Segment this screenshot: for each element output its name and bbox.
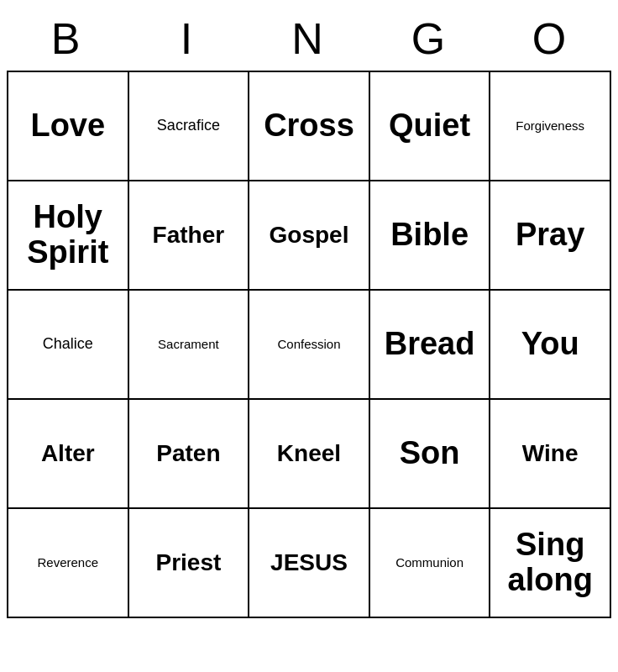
cell-text-1-3: Bible xyxy=(390,217,469,252)
cell-text-0-2: Cross xyxy=(264,108,354,143)
cell-text-0-3: Quiet xyxy=(389,108,470,143)
grid-cell-0-0: Love xyxy=(8,71,128,181)
grid-cell-3-0: Alter xyxy=(8,399,128,508)
cell-text-2-3: Bread xyxy=(385,326,475,361)
grid-cell-1-1: Father xyxy=(128,181,249,290)
cell-text-3-0: Alter xyxy=(41,440,95,466)
grid-cell-3-4: Wine xyxy=(490,399,610,508)
header-letter-o: O xyxy=(490,13,611,64)
grid-cell-0-1: Sacrafice xyxy=(128,71,249,181)
grid-cell-2-1: Sacrament xyxy=(128,290,249,399)
cell-text-2-0: Chalice xyxy=(43,335,93,352)
grid-cell-2-4: You xyxy=(490,290,610,399)
cell-text-4-3: Communion xyxy=(395,555,464,570)
grid-cell-2-2: Confession xyxy=(249,290,369,399)
grid-cell-3-1: Paten xyxy=(128,399,249,508)
grid-row-1: HolySpiritFatherGospelBiblePray xyxy=(8,181,610,290)
cell-text-2-2: Confession xyxy=(277,337,340,351)
grid-cell-1-4: Pray xyxy=(490,181,610,290)
cell-text-1-1: Father xyxy=(153,222,225,248)
cell-text-4-1: Priest xyxy=(155,549,221,575)
grid-cell-4-4: Singalong xyxy=(490,508,610,617)
cell-text-4-4: Singalong xyxy=(508,527,593,597)
grid-cell-1-0: HolySpirit xyxy=(8,181,128,290)
grid-cell-0-4: Forgiveness xyxy=(490,71,610,181)
grid-cell-4-1: Priest xyxy=(128,508,249,617)
cell-text-3-2: Kneel xyxy=(277,440,341,466)
header-letter-i: I xyxy=(128,13,249,64)
cell-text-3-3: Son xyxy=(400,435,460,470)
grid-cell-0-3: Quiet xyxy=(369,71,490,181)
grid-cell-1-2: Gospel xyxy=(249,181,369,290)
grid-row-0: LoveSacraficeCrossQuietForgiveness xyxy=(8,71,610,181)
cell-text-0-4: Forgiveness xyxy=(516,118,584,133)
cell-text-1-0: HolySpirit xyxy=(27,199,108,270)
grid-cell-1-3: Bible xyxy=(369,181,490,290)
cell-text-1-4: Pray xyxy=(516,217,584,252)
grid-cell-4-3: Communion xyxy=(369,508,490,617)
header-letter-g: G xyxy=(369,13,490,64)
cell-text-2-1: Sacrament xyxy=(158,337,219,351)
grid-cell-2-3: Bread xyxy=(369,290,490,399)
cell-text-2-4: You xyxy=(521,326,579,361)
cell-text-0-1: Sacrafice xyxy=(157,117,220,134)
grid-row-2: ChaliceSacramentConfessionBreadYou xyxy=(8,290,610,399)
grid-row-3: AlterPatenKneelSonWine xyxy=(8,399,610,508)
cell-text-3-4: Wine xyxy=(522,440,579,466)
grid-cell-3-3: Son xyxy=(369,399,490,508)
grid-cell-2-0: Chalice xyxy=(8,290,128,399)
grid-cell-4-2: JESUS xyxy=(249,508,369,617)
bingo-grid: LoveSacraficeCrossQuietForgivenessHolySp… xyxy=(7,71,611,618)
cell-text-4-0: Reverence xyxy=(38,555,99,570)
cell-text-4-2: JESUS xyxy=(270,549,348,575)
grid-row-4: ReverencePriestJESUSCommunionSingalong xyxy=(8,508,610,617)
bingo-header: BINGO xyxy=(7,8,611,71)
grid-cell-0-2: Cross xyxy=(249,71,369,181)
cell-text-1-2: Gospel xyxy=(270,222,349,248)
cell-text-3-1: Paten xyxy=(156,440,220,466)
cell-text-0-0: Love xyxy=(30,108,105,143)
grid-cell-3-2: Kneel xyxy=(249,399,369,508)
header-letter-n: N xyxy=(249,13,369,64)
grid-cell-4-0: Reverence xyxy=(8,508,128,617)
bingo-container: BINGO LoveSacraficeCrossQuietForgiveness… xyxy=(7,0,611,618)
header-letter-b: B xyxy=(7,13,128,64)
